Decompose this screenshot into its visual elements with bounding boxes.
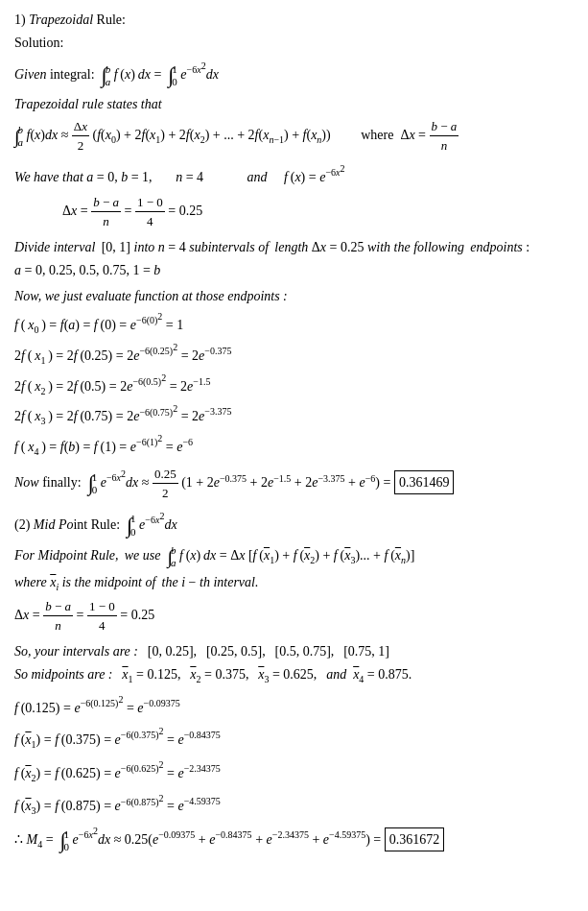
f-x2-mid: f (x2) = f (0.625) = e−6(0.625)2 = e−2.3…: [14, 757, 574, 785]
trap-final: Now finally: ∫10 e−6x2dx ≈ 0.25 2 (1 + 2…: [14, 465, 574, 503]
trap-rule-states: Trapezoidal rule states that: [14, 94, 574, 114]
f-0125: f (0.125) = e−6(0.125)2 = e−0.09375: [14, 692, 574, 718]
where-xi: where xi is the midpoint of the i − th i…: [14, 572, 574, 594]
midpoint-formula-intro: For Midpoint Rule, we use ∫ba f (x) dx =…: [14, 544, 574, 569]
evaluate-note: Now, we just evaluate function at those …: [14, 286, 574, 306]
midpoints: So midpoints are : x1 = 0.125, x2 = 0.37…: [14, 664, 574, 686]
part2-header: (2) Mid Point Rule: ∫10 e−6x2dx: [14, 509, 574, 539]
f-x0: f ( x0 ) = f(a) = f (0) = e−6(0)2 = 1: [14, 309, 574, 337]
f-x2: 2f ( x2 ) = 2f (0.5) = 2e−6(0.5)2 = 2e−1…: [14, 371, 574, 398]
f-x1-mid: f (x1) = f (0.375) = e−6(0.375)2 = e−0.8…: [14, 724, 574, 752]
intervals: So, your intervals are : [0, 0.25], [0.2…: [14, 641, 574, 661]
mid-answer: 0.361672: [385, 827, 445, 851]
delta-x-calc2: Δx = b − a n = 1 − 0 4 = 0.25: [14, 597, 574, 635]
trap-formula: ∫ba f(x)dx ≈ Δx 2 (f(x0) + 2f(x1) + 2f(x…: [14, 117, 574, 156]
given-integral-line: Given integral: ∫ba f (x) dx = ∫10 e−6x2…: [14, 59, 574, 88]
f-x3: 2f ( x3 ) = 2f (0.75) = 2e−6(0.75)2 = 2e…: [14, 400, 574, 428]
math-content: 1) Trapezoidal Rule: Solution: Given int…: [14, 10, 574, 853]
f-x1: 2f ( x1 ) = 2f (0.25) = 2e−6(0.25)2 = 2e…: [14, 340, 574, 368]
mid-final: ∴ M4 = ∫10 e−6x2dx ≈ 0.25(e−0.09375 + e−…: [14, 824, 574, 853]
divide-interval: Divide interval [0, 1] into n = 4 subint…: [14, 237, 574, 257]
rule-title: Trapezoidal: [29, 12, 93, 27]
f-x3-mid: f (x3) = f (0.875) = e−6(0.875)2 = e−4.5…: [14, 790, 574, 818]
section-header: 1) Trapezoidal Rule:: [14, 10, 574, 30]
f-x4: f ( x4 ) = f(b) = f (1) = e−6(1)2 = e−6: [14, 431, 574, 459]
trap-answer: 0.361469: [394, 470, 455, 494]
endpoints: a = 0, 0.25, 0.5, 0.75, 1 = b: [14, 260, 574, 280]
we-have-that: We have that a = 0, b = 1, n = 4 and f (…: [14, 161, 574, 187]
solution-label: Solution:: [14, 33, 574, 53]
delta-x-calc: Δx = b − a n = 1 − 0 4 = 0.25: [62, 193, 574, 231]
